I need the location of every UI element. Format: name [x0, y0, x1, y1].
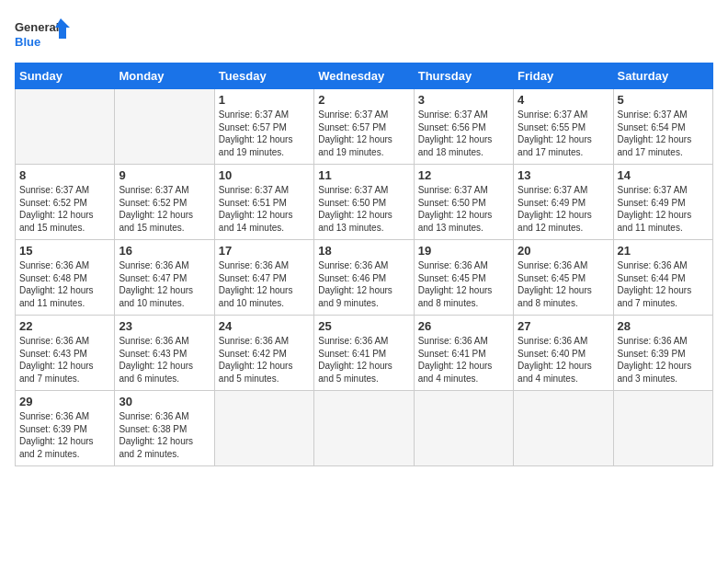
- day-number: 30: [119, 395, 210, 408]
- weekday-friday: Friday: [514, 63, 613, 89]
- calendar-cell: 9Sunrise: 6:37 AMSunset: 6:52 PMDaylight…: [115, 165, 214, 240]
- cell-info: Sunrise: 6:37 AMSunset: 6:50 PMDaylight:…: [318, 185, 392, 233]
- calendar-cell: 15Sunrise: 6:36 AMSunset: 6:48 PMDayligh…: [16, 240, 115, 316]
- logo-svg: General Blue: [15, 15, 70, 55]
- cell-info: Sunrise: 6:37 AMSunset: 6:55 PMDaylight:…: [518, 109, 592, 157]
- day-number: 20: [518, 244, 609, 258]
- day-number: 3: [418, 93, 509, 107]
- cell-info: Sunrise: 6:37 AMSunset: 6:49 PMDaylight:…: [618, 185, 692, 233]
- weekday-thursday: Thursday: [414, 63, 513, 89]
- calendar-cell: 11Sunrise: 6:37 AMSunset: 6:50 PMDayligh…: [314, 165, 414, 240]
- cell-info: Sunrise: 6:36 AMSunset: 6:42 PMDaylight:…: [219, 336, 293, 384]
- weekday-header-row: SundayMondayTuesdayWednesdayThursdayFrid…: [16, 63, 713, 89]
- weekday-sunday: Sunday: [16, 63, 115, 89]
- calendar-cell: 10Sunrise: 6:37 AMSunset: 6:51 PMDayligh…: [214, 165, 313, 240]
- calendar-cell: [16, 89, 115, 165]
- day-number: 17: [219, 244, 310, 258]
- day-number: 13: [518, 168, 609, 182]
- day-number: 23: [119, 319, 210, 333]
- weekday-tuesday: Tuesday: [214, 63, 313, 89]
- cell-info: Sunrise: 6:37 AMSunset: 6:52 PMDaylight:…: [19, 185, 94, 233]
- day-number: 2: [318, 93, 409, 107]
- calendar-cell: 18Sunrise: 6:36 AMSunset: 6:46 PMDayligh…: [314, 240, 414, 316]
- day-number: 4: [518, 93, 609, 107]
- calendar-cell: 20Sunrise: 6:36 AMSunset: 6:45 PMDayligh…: [514, 240, 613, 316]
- cell-info: Sunrise: 6:36 AMSunset: 6:39 PMDaylight:…: [618, 336, 692, 384]
- cell-info: Sunrise: 6:37 AMSunset: 6:54 PMDaylight:…: [618, 109, 692, 157]
- day-number: 15: [19, 244, 110, 258]
- page-header: General Blue: [15, 15, 713, 55]
- calendar-week-4: 22Sunrise: 6:36 AMSunset: 6:43 PMDayligh…: [16, 316, 713, 391]
- calendar-cell: [613, 391, 712, 466]
- day-number: 5: [618, 93, 709, 107]
- calendar-week-2: 8Sunrise: 6:37 AMSunset: 6:52 PMDaylight…: [16, 165, 713, 240]
- calendar-cell: 23Sunrise: 6:36 AMSunset: 6:43 PMDayligh…: [115, 316, 214, 391]
- calendar-table: SundayMondayTuesdayWednesdayThursdayFrid…: [15, 63, 713, 466]
- day-number: 29: [19, 395, 110, 408]
- cell-info: Sunrise: 6:36 AMSunset: 6:45 PMDaylight:…: [418, 260, 493, 308]
- cell-info: Sunrise: 6:37 AMSunset: 6:52 PMDaylight:…: [119, 185, 193, 233]
- weekday-monday: Monday: [115, 63, 214, 89]
- cell-info: Sunrise: 6:36 AMSunset: 6:48 PMDaylight:…: [19, 260, 94, 308]
- calendar-cell: 19Sunrise: 6:36 AMSunset: 6:45 PMDayligh…: [414, 240, 513, 316]
- cell-info: Sunrise: 6:36 AMSunset: 6:45 PMDaylight:…: [518, 260, 592, 308]
- calendar-week-3: 15Sunrise: 6:36 AMSunset: 6:48 PMDayligh…: [16, 240, 713, 316]
- day-number: 22: [19, 319, 110, 333]
- cell-info: Sunrise: 6:37 AMSunset: 6:50 PMDaylight:…: [418, 185, 493, 233]
- calendar-cell: 3Sunrise: 6:37 AMSunset: 6:56 PMDaylight…: [414, 89, 513, 165]
- cell-info: Sunrise: 6:37 AMSunset: 6:57 PMDaylight:…: [318, 109, 392, 157]
- svg-text:Blue: Blue: [15, 35, 40, 49]
- day-number: 14: [618, 168, 709, 182]
- day-number: 19: [418, 244, 509, 258]
- day-number: 11: [318, 168, 409, 182]
- calendar-cell: 25Sunrise: 6:36 AMSunset: 6:41 PMDayligh…: [314, 316, 414, 391]
- calendar-cell: 13Sunrise: 6:37 AMSunset: 6:49 PMDayligh…: [514, 165, 613, 240]
- cell-info: Sunrise: 6:37 AMSunset: 6:57 PMDaylight:…: [219, 109, 293, 157]
- calendar-cell: 5Sunrise: 6:37 AMSunset: 6:54 PMDaylight…: [613, 89, 712, 165]
- day-number: 9: [119, 168, 210, 182]
- cell-info: Sunrise: 6:36 AMSunset: 6:38 PMDaylight:…: [119, 411, 193, 459]
- cell-info: Sunrise: 6:36 AMSunset: 6:39 PMDaylight:…: [19, 411, 94, 459]
- cell-info: Sunrise: 6:37 AMSunset: 6:51 PMDaylight:…: [219, 185, 293, 233]
- calendar-cell: 2Sunrise: 6:37 AMSunset: 6:57 PMDaylight…: [314, 89, 414, 165]
- calendar-cell: 22Sunrise: 6:36 AMSunset: 6:43 PMDayligh…: [16, 316, 115, 391]
- day-number: 10: [219, 168, 310, 182]
- cell-info: Sunrise: 6:37 AMSunset: 6:56 PMDaylight:…: [418, 109, 493, 157]
- calendar-cell: 26Sunrise: 6:36 AMSunset: 6:41 PMDayligh…: [414, 316, 513, 391]
- weekday-saturday: Saturday: [613, 63, 712, 89]
- calendar-week-1: 1Sunrise: 6:37 AMSunset: 6:57 PMDaylight…: [16, 89, 713, 165]
- day-number: 28: [618, 319, 709, 333]
- day-number: 24: [219, 319, 310, 333]
- calendar-cell: 14Sunrise: 6:37 AMSunset: 6:49 PMDayligh…: [613, 165, 712, 240]
- calendar-cell: 30Sunrise: 6:36 AMSunset: 6:38 PMDayligh…: [115, 391, 214, 466]
- calendar-cell: 12Sunrise: 6:37 AMSunset: 6:50 PMDayligh…: [414, 165, 513, 240]
- cell-info: Sunrise: 6:37 AMSunset: 6:49 PMDaylight:…: [518, 185, 592, 233]
- calendar-cell: [214, 391, 313, 466]
- calendar-cell: [115, 89, 214, 165]
- cell-info: Sunrise: 6:36 AMSunset: 6:41 PMDaylight:…: [318, 336, 392, 384]
- cell-info: Sunrise: 6:36 AMSunset: 6:46 PMDaylight:…: [318, 260, 392, 308]
- calendar-body: 1Sunrise: 6:37 AMSunset: 6:57 PMDaylight…: [16, 89, 713, 466]
- day-number: 26: [418, 319, 509, 333]
- calendar-cell: 16Sunrise: 6:36 AMSunset: 6:47 PMDayligh…: [115, 240, 214, 316]
- calendar-cell: 27Sunrise: 6:36 AMSunset: 6:40 PMDayligh…: [514, 316, 613, 391]
- cell-info: Sunrise: 6:36 AMSunset: 6:47 PMDaylight:…: [219, 260, 293, 308]
- calendar-cell: 17Sunrise: 6:36 AMSunset: 6:47 PMDayligh…: [214, 240, 313, 316]
- day-number: 25: [318, 319, 409, 333]
- cell-info: Sunrise: 6:36 AMSunset: 6:44 PMDaylight:…: [618, 260, 692, 308]
- day-number: 27: [518, 319, 609, 333]
- day-number: 18: [318, 244, 409, 258]
- day-number: 8: [19, 168, 110, 182]
- cell-info: Sunrise: 6:36 AMSunset: 6:40 PMDaylight:…: [518, 336, 592, 384]
- cell-info: Sunrise: 6:36 AMSunset: 6:43 PMDaylight:…: [119, 336, 193, 384]
- cell-info: Sunrise: 6:36 AMSunset: 6:47 PMDaylight:…: [119, 260, 193, 308]
- calendar-cell: 24Sunrise: 6:36 AMSunset: 6:42 PMDayligh…: [214, 316, 313, 391]
- calendar-cell: 29Sunrise: 6:36 AMSunset: 6:39 PMDayligh…: [16, 391, 115, 466]
- calendar-cell: 1Sunrise: 6:37 AMSunset: 6:57 PMDaylight…: [214, 89, 313, 165]
- calendar-cell: 8Sunrise: 6:37 AMSunset: 6:52 PMDaylight…: [16, 165, 115, 240]
- day-number: 21: [618, 244, 709, 258]
- calendar-week-5: 29Sunrise: 6:36 AMSunset: 6:39 PMDayligh…: [16, 391, 713, 466]
- calendar-cell: [314, 391, 414, 466]
- calendar-cell: 28Sunrise: 6:36 AMSunset: 6:39 PMDayligh…: [613, 316, 712, 391]
- cell-info: Sunrise: 6:36 AMSunset: 6:41 PMDaylight:…: [418, 336, 493, 384]
